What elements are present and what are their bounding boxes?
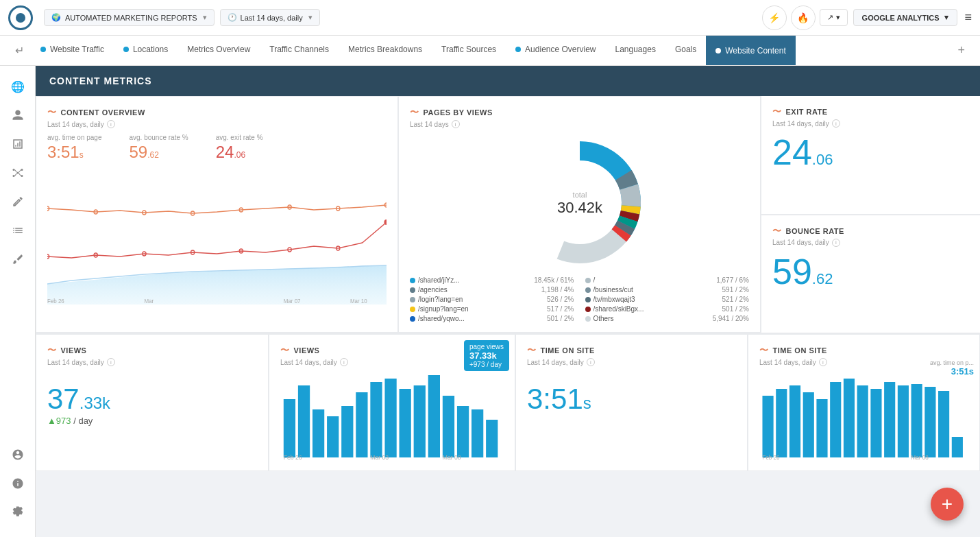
svg-rect-63	[830, 382, 841, 457]
pages-info[interactable]: i	[452, 120, 460, 128]
legend-dot	[410, 287, 415, 293]
tab-label-traffic-sources: Traffic Sources	[441, 45, 496, 54]
tab-locations[interactable]: Locations	[114, 36, 177, 66]
nav-back-btn[interactable]: ↵	[8, 44, 31, 57]
views1-day: ▲973 / day	[47, 416, 257, 426]
tab-traffic-sources[interactable]: Traffic Sources	[432, 36, 506, 66]
views1-value-area: 37.33k ▲973 / day	[47, 372, 257, 426]
lightning-btn[interactable]: ⚡	[762, 5, 787, 30]
date-dropdown[interactable]: 🕐 Last 14 days, daily ▾	[220, 9, 320, 26]
svg-text:total: total	[572, 191, 587, 199]
overview-info[interactable]: i	[107, 120, 115, 128]
pages-subtitle: Last 14 days i	[410, 120, 749, 128]
svg-rect-51	[443, 396, 454, 457]
sidebar-icon-chart[interactable]	[5, 132, 30, 156]
sidebar-icon-globe[interactable]: 🌐	[5, 74, 30, 99]
svg-text:Mar 10: Mar 10	[350, 298, 367, 305]
svg-rect-41	[298, 385, 310, 457]
tab-website-content[interactable]: Website Content	[706, 36, 796, 66]
bounce-trend-icon: 〜	[772, 225, 782, 237]
views-big-card: 〜 VIEWS Last 14 days, daily i 37.33k ▲97…	[36, 334, 269, 471]
time2-info[interactable]: i	[819, 358, 827, 366]
time1-title: 〜 TIME ON SITE	[527, 344, 736, 357]
ga-chevron: ▾	[944, 13, 948, 22]
legend-item: /tv/mbxwqajt3 521 / 2%	[585, 296, 750, 303]
tab-goals[interactable]: Goals	[665, 36, 706, 66]
svg-point-1	[12, 169, 14, 171]
sidebar-icon-gear[interactable]	[5, 500, 30, 525]
report-dropdown[interactable]: 🌍 AUTOMATED MARKETING REPORTS ▾	[44, 9, 215, 26]
tab-label-audience-overview: Audience Overview	[525, 45, 596, 54]
svg-text:Mar 07: Mar 07	[284, 298, 301, 305]
svg-rect-68	[898, 385, 909, 457]
svg-point-3	[12, 175, 14, 177]
tab-metrics-breakdowns[interactable]: Metrics Breakdowns	[339, 36, 432, 66]
time1-info[interactable]: i	[587, 358, 595, 366]
sidebar-icon-user[interactable]	[5, 442, 30, 467]
svg-rect-70	[924, 387, 935, 457]
svg-rect-42	[313, 409, 324, 457]
legend-dot	[585, 287, 591, 293]
svg-text:Feb 26: Feb 26	[762, 454, 779, 461]
tab-audience-overview[interactable]: Audience Overview	[506, 36, 605, 66]
legend-dot	[410, 297, 415, 302]
svg-rect-72	[952, 437, 963, 457]
views1-info[interactable]: i	[107, 358, 115, 366]
svg-line-7	[14, 174, 16, 176]
svg-rect-52	[457, 406, 469, 457]
sidebar-icon-edit[interactable]	[5, 189, 30, 214]
ga-dropdown[interactable]: GOOGLE ANALYTICS ▾	[853, 9, 958, 26]
bottom-row: 〜 VIEWS Last 14 days, daily i 37.33k ▲97…	[36, 333, 980, 471]
nav-add-btn[interactable]: +	[951, 43, 972, 58]
svg-line-5	[14, 170, 16, 173]
svg-rect-58	[762, 396, 773, 457]
tab-languages[interactable]: Languages	[606, 36, 665, 66]
svg-rect-47	[384, 379, 396, 457]
tab-label-goals: Goals	[675, 45, 696, 54]
exit-info[interactable]: i	[832, 119, 840, 128]
fab-button[interactable]: +	[931, 488, 964, 521]
bounce-info[interactable]: i	[832, 239, 840, 247]
overview-chart: Feb 26 Mar Mar 07 Mar 10	[47, 167, 387, 305]
fire-btn[interactable]: 🔥	[791, 5, 816, 30]
svg-text:Mar: Mar	[144, 298, 154, 305]
main-content: CONTENT METRICS 〜 CONTENT OVERVIEW Last …	[36, 66, 980, 537]
report-chevron: ▾	[203, 13, 207, 22]
tab-traffic-channels[interactable]: Traffic Channels	[260, 36, 339, 66]
tab-website-traffic[interactable]: Website Traffic	[31, 36, 114, 66]
legend-dot	[585, 316, 591, 322]
exit-rate-card: 〜 EXIT RATE Last 14 days, daily i 24.06	[761, 96, 980, 215]
overview-subtitle: Last 14 days, daily i	[47, 120, 387, 128]
ga-label: GOOGLE ANALYTICS	[862, 14, 940, 22]
bounce-title: 〜 BOUNCE RATE	[772, 225, 969, 237]
legend-dot	[585, 278, 591, 283]
svg-rect-54	[486, 420, 498, 457]
views2-info[interactable]: i	[340, 358, 348, 366]
sidebar-icon-info[interactable]	[5, 471, 30, 496]
hamburger-btn[interactable]: ≡	[964, 10, 972, 25]
exit-title: 〜 EXIT RATE	[772, 106, 969, 118]
svg-text:Mar 03: Mar 03	[370, 454, 389, 461]
sidebar-icon-network[interactable]	[5, 160, 30, 185]
svg-text:Feb 26: Feb 26	[47, 298, 64, 305]
svg-rect-48	[400, 389, 411, 457]
bounce-rate-card: 〜 BOUNCE RATE Last 14 days, daily i 59.6…	[761, 215, 980, 333]
donut-chart: total 30.42k	[511, 134, 648, 271]
tab-label-languages: Languages	[615, 45, 656, 54]
tab-metrics-overview[interactable]: Metrics Overview	[177, 36, 260, 66]
legend-dot	[585, 307, 591, 312]
svg-rect-46	[370, 382, 382, 457]
share-btn[interactable]: ↗ ▾	[820, 9, 848, 26]
svg-rect-61	[803, 392, 814, 457]
tab-label-metrics-overview: Metrics Overview	[187, 45, 250, 54]
sidebar-icon-brush[interactable]	[5, 247, 30, 272]
time2-avg-label: avg. time on p... 3:51s	[930, 359, 974, 377]
sidebar-icon-list[interactable]	[5, 218, 30, 243]
date-range-label: Last 14 days, daily	[241, 14, 303, 22]
svg-rect-60	[789, 385, 800, 457]
time1-big-value: 3:51s	[527, 383, 736, 416]
app-body: 🌐 CONTENT METRI	[0, 66, 980, 537]
sidebar-icon-person[interactable]	[5, 103, 30, 128]
svg-text:Mar 08: Mar 08	[911, 454, 929, 461]
right-panel: 〜 EXIT RATE Last 14 days, daily i 24.06 …	[761, 96, 980, 333]
